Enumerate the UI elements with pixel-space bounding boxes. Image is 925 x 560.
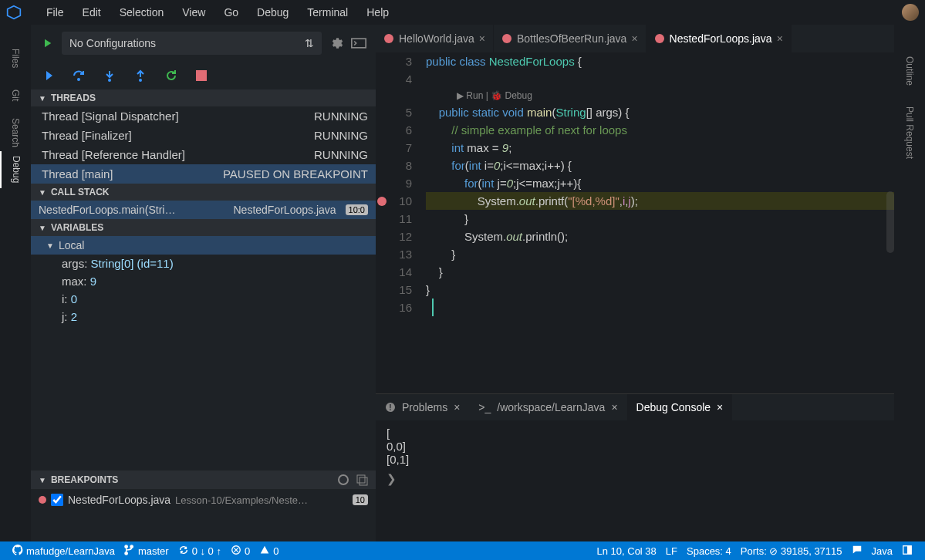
- status-item[interactable]: 0: [226, 545, 255, 558]
- breakpoint-checkbox[interactable]: [51, 494, 63, 506]
- svg-text:!: !: [389, 403, 391, 412]
- step-out-icon[interactable]: [134, 69, 147, 82]
- tab-helloworld-java[interactable]: HelloWorld.java×: [376, 25, 494, 52]
- menu-go[interactable]: Go: [214, 3, 248, 22]
- svg-point-11: [655, 34, 664, 43]
- activity-files[interactable]: Files: [0, 40, 31, 77]
- callstack-header[interactable]: ▼CALL STACK: [31, 184, 376, 201]
- status-item[interactable]: Spaces: 4: [682, 545, 736, 558]
- run-play-icon[interactable]: [40, 36, 54, 50]
- threads-header-label: THREADS: [51, 93, 96, 103]
- scope-label: Local: [59, 239, 84, 251]
- menu-help[interactable]: Help: [357, 3, 398, 22]
- rightbar-pull-request[interactable]: Pull Request: [904, 102, 915, 164]
- menu-edit[interactable]: Edit: [73, 3, 110, 22]
- breakpoint-marker-icon[interactable]: [377, 197, 387, 206]
- variables-header-label: VARIABLES: [51, 222, 103, 233]
- menu-file[interactable]: File: [37, 3, 73, 22]
- gear-icon[interactable]: [329, 36, 343, 50]
- callstack-frame[interactable]: NestedForLoops.main(Stri… NestedForLoops…: [31, 201, 376, 219]
- config-select[interactable]: No Configurations ⇅: [62, 32, 322, 55]
- console-output-line: [0,1]: [387, 453, 883, 466]
- status-item[interactable]: 0 ↓ 0 ↑: [174, 545, 226, 558]
- step-into-icon[interactable]: [103, 69, 116, 82]
- menu-selection[interactable]: Selection: [110, 3, 174, 22]
- variable-item[interactable]: max: 9: [31, 272, 376, 290]
- callstack-header-label: CALL STACK: [51, 187, 110, 197]
- tab-bottlesofbeerrun-java[interactable]: BottlesOfBeerRun.java×: [494, 25, 646, 52]
- toggle-breakpoints-icon[interactable]: [337, 474, 349, 486]
- restart-icon[interactable]: [165, 69, 177, 82]
- panel-tab-problems[interactable]: !Problems×: [376, 394, 469, 420]
- breakpoint-line: 10: [353, 494, 368, 505]
- frame-line: 10:0: [346, 204, 368, 215]
- thread-row[interactable]: Thread [Signal Dispatcher]RUNNING: [31, 106, 376, 126]
- code-editor[interactable]: 345678910111213141516 public class Neste…: [376, 52, 894, 393]
- thread-row[interactable]: Thread [main]PAUSED ON BREAKPOINT: [31, 164, 376, 184]
- svg-point-10: [502, 34, 511, 43]
- status-item[interactable]: Ports: ⊘ 39185, 37115: [736, 545, 847, 558]
- scrollbar-thumb[interactable]: [886, 191, 894, 253]
- status-item[interactable]: 0: [255, 545, 283, 558]
- close-icon[interactable]: ×: [479, 32, 485, 45]
- status-item[interactable]: Java: [867, 545, 897, 558]
- breakpoints-header[interactable]: ▼BREAKPOINTS: [31, 471, 376, 489]
- close-icon[interactable]: ×: [631, 32, 637, 45]
- svg-rect-16: [907, 545, 911, 554]
- thread-row[interactable]: Thread [Reference Handler]RUNNING: [31, 145, 376, 164]
- remove-breakpoints-icon[interactable]: [356, 474, 368, 486]
- debug-controls: [31, 62, 376, 89]
- activity-search[interactable]: Search: [0, 114, 31, 151]
- panel-tab-debug-console[interactable]: Debug Console×: [627, 394, 733, 420]
- threads-header[interactable]: ▼THREADS: [31, 89, 376, 106]
- alert-icon: !: [385, 402, 396, 413]
- thread-row[interactable]: Thread [Finalizer]RUNNING: [31, 126, 376, 145]
- main-container: FilesGitSearchDebug No Configurations ⇅ …: [0, 25, 925, 541]
- console-output-line: 0,0]: [387, 440, 883, 453]
- activity-git[interactable]: Git: [0, 77, 31, 114]
- tab-nestedforloops-java[interactable]: NestedForLoops.java×: [646, 25, 792, 52]
- close-icon[interactable]: ×: [777, 32, 783, 45]
- code-line: [426, 70, 894, 88]
- status-item[interactable]: LF: [661, 545, 682, 558]
- close-icon[interactable]: ×: [611, 401, 617, 413]
- menu-terminal[interactable]: Terminal: [298, 3, 357, 22]
- codelens[interactable]: ▶ Run | 🐞 Debug: [426, 88, 894, 103]
- variables-scope[interactable]: ▼Local: [31, 236, 376, 255]
- stop-icon[interactable]: [196, 70, 207, 81]
- code-line: for(int j=0;j<=max;j++){: [426, 174, 894, 192]
- step-over-icon[interactable]: [73, 69, 85, 82]
- menu-view[interactable]: View: [173, 3, 214, 22]
- svg-rect-7: [357, 475, 365, 483]
- status-item[interactable]: Ln 10, Col 38: [592, 545, 660, 558]
- layout-icon: [902, 545, 913, 558]
- rightbar-outline[interactable]: Outline: [904, 40, 915, 102]
- console-prompt[interactable]: ❯: [387, 472, 883, 486]
- debug-sidebar: No Configurations ⇅ ▼THREADS Thread [Sig…: [31, 25, 376, 541]
- user-avatar[interactable]: [902, 4, 919, 21]
- breakpoint-row[interactable]: NestedForLoops.java Lesson-10/Examples/N…: [31, 489, 376, 511]
- status-item[interactable]: [847, 545, 867, 558]
- frame-file: NestedForLoops.java: [234, 204, 336, 216]
- close-icon[interactable]: ×: [454, 401, 460, 413]
- continue-icon[interactable]: [42, 69, 54, 82]
- code-line: public static void main(String[] args) {: [426, 103, 894, 121]
- status-item[interactable]: master: [120, 545, 174, 558]
- debug-console-icon[interactable]: [351, 37, 366, 49]
- breakpoint-path: Lesson-10/Examples/Neste…: [175, 494, 348, 506]
- status-item[interactable]: mafudge/LearnJava: [8, 545, 120, 558]
- activity-debug[interactable]: Debug: [0, 151, 31, 188]
- menu-debug[interactable]: Debug: [248, 3, 298, 22]
- svg-point-2: [77, 78, 80, 81]
- code-line: for(int i=0;i<=max;i++) {: [426, 157, 894, 174]
- variables-header[interactable]: ▼VARIABLES: [31, 219, 376, 236]
- run-config-row: No Configurations ⇅: [31, 25, 376, 62]
- variable-item[interactable]: j: 2: [31, 308, 376, 326]
- close-icon[interactable]: ×: [717, 401, 723, 413]
- code-line: }: [426, 281, 894, 299]
- variable-item[interactable]: i: 0: [31, 290, 376, 308]
- panel-tab--workspace-learnjava[interactable]: >_/workspace/LearnJava×: [469, 394, 626, 420]
- code-line: [426, 299, 894, 316]
- status-item[interactable]: [897, 545, 917, 558]
- variable-item[interactable]: args: String[0] (id=11): [31, 255, 376, 272]
